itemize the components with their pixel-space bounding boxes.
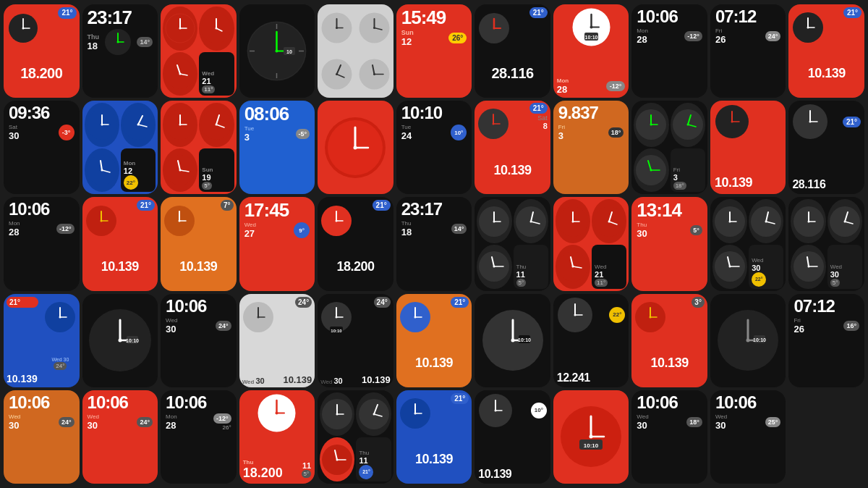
day-w23: Mon xyxy=(9,220,20,227)
widget-17[interactable]: 10:10 Tue 24 10° xyxy=(396,101,472,194)
clock-w27 xyxy=(320,205,352,237)
clock-w38: 10:10 xyxy=(320,301,352,333)
widget-43[interactable]: 10:10 xyxy=(710,294,786,387)
num-w34: 10.139 xyxy=(7,373,38,384)
date-w37: 30 xyxy=(255,376,264,385)
num-w48: 18.200 xyxy=(243,466,283,481)
temp-w41: 22° xyxy=(609,307,625,323)
widget-36[interactable]: 10:06 Wed 30 24° xyxy=(161,294,237,387)
widget-19[interactable]: 9.837 Fri 3 18° xyxy=(553,101,629,194)
widget-26[interactable]: 17:45 Wed 27 9° xyxy=(239,197,315,290)
widget-21[interactable]: 10.139 xyxy=(710,101,786,194)
clock-w8: 10:10 xyxy=(571,7,611,47)
qc1-w13 xyxy=(86,109,118,140)
time-w12: 09:36 xyxy=(9,104,75,122)
widget-32[interactable]: Wed 30 22° xyxy=(710,197,786,290)
qc2-w29 xyxy=(515,206,547,237)
temp-w38: 24° xyxy=(374,297,391,308)
widget-25[interactable]: 7° 10.139 xyxy=(161,197,237,290)
svg-point-238 xyxy=(414,413,416,415)
widget-4[interactable]: 10 xyxy=(239,4,315,98)
widget-49[interactable]: Thu 11 21° xyxy=(318,390,393,484)
widget-10[interactable]: 07:12 Fri 26 24° xyxy=(710,4,786,98)
widget-31[interactable]: 13:14 Thu 30 5° xyxy=(631,197,707,290)
widget-53[interactable]: 10:06 Wed 30 18° xyxy=(631,390,707,484)
clock-w7 xyxy=(478,12,510,44)
temp-w26: 9° xyxy=(294,222,310,238)
temp-w18: 21° xyxy=(529,103,548,114)
widget-35[interactable]: 10:10 xyxy=(82,294,158,387)
date-w28: 18 xyxy=(401,227,412,237)
widget-28[interactable]: 23:17 Thu 18 14° xyxy=(396,197,472,290)
widget-30[interactable]: Wed 21 11° xyxy=(553,197,629,290)
widget-11[interactable]: 21° 10.139 xyxy=(788,4,864,98)
widget-15[interactable]: 08:06 Tue 3 -5° xyxy=(239,101,315,194)
temp-w48: 5° xyxy=(302,470,312,478)
time-w53: 10:06 xyxy=(637,394,702,411)
quad-clock-2-w3 xyxy=(200,12,232,44)
svg-point-98 xyxy=(650,124,652,126)
day-w32: Wed xyxy=(752,257,763,264)
clock-tl-w50 xyxy=(399,397,431,429)
temp-w39: 21° xyxy=(451,297,469,308)
widget-44[interactable]: 07:12 Fri 26 16° xyxy=(788,294,864,387)
widget-54[interactable]: 10:06 Wed 30 25° xyxy=(710,390,786,484)
day-w14: Sun xyxy=(202,167,213,173)
widget-50[interactable]: 21° 10.139 xyxy=(396,390,472,484)
widget-39[interactable]: 21° 10.139 xyxy=(396,294,472,387)
widget-46[interactable]: 10:06 Wed 30 24° xyxy=(82,390,158,484)
widget-9[interactable]: 10:06 Mon 28 -12° xyxy=(631,4,707,98)
widget-14[interactable]: Sun 19 5° xyxy=(161,101,237,194)
widget-45[interactable]: 10:06 Wed 30 24° xyxy=(4,390,80,484)
date-w2: 18 xyxy=(88,41,100,51)
svg-point-118 xyxy=(100,219,102,222)
num-w38: 10.139 xyxy=(362,374,391,385)
widget-3[interactable]: Wed 21 11° xyxy=(161,4,237,98)
widget-42[interactable]: 3° 10.139 xyxy=(631,294,707,387)
date-w23: 28 xyxy=(9,227,20,237)
svg-point-39 xyxy=(373,27,375,29)
widget-6[interactable]: 15:49 Sun 12 26° xyxy=(396,4,472,98)
widget-27[interactable]: 21° 18.200 xyxy=(318,197,393,290)
widget-23[interactable]: 10:06 Mon 28 -12° xyxy=(4,197,80,290)
widget-40[interactable]: 10:10 xyxy=(475,294,550,387)
widget-22[interactable]: 21° 28.116 xyxy=(788,101,864,194)
widget-2[interactable]: 23:17 Thu 18 14° xyxy=(82,4,158,98)
widget-12[interactable]: 09:36 Sat 30 -3° xyxy=(4,101,80,194)
widget-51[interactable]: 10° 10.139 xyxy=(475,390,550,484)
widget-20[interactable]: Fri 3 18° xyxy=(631,101,707,194)
widget-16[interactable] xyxy=(318,101,393,194)
temp-w10: 24° xyxy=(765,31,781,41)
temp-w7: 21° xyxy=(529,7,548,18)
num-w18: 10.139 xyxy=(494,163,532,178)
widget-29[interactable]: Thu 11 5° xyxy=(475,197,550,290)
num-w7: 28.116 xyxy=(491,65,533,82)
date-w12: 30 xyxy=(9,130,19,141)
temp-w11: 21° xyxy=(843,7,861,18)
date-w13: 12 xyxy=(124,167,132,175)
widget-5[interactable] xyxy=(318,4,393,98)
widget-52[interactable]: 10:10 xyxy=(553,390,629,484)
widget-33[interactable]: Wed 30 5° xyxy=(788,197,864,290)
qc3-w33 xyxy=(793,251,825,282)
qc3-w30 xyxy=(557,251,589,282)
widget-24[interactable]: 21° 10.139 xyxy=(82,197,158,290)
widget-37[interactable]: 24° Wed 30 10.139 xyxy=(239,294,315,387)
time-w2: 23:17 xyxy=(88,8,153,27)
widget-7[interactable]: 21° 28.116 xyxy=(475,4,550,98)
widget-48[interactable]: Thu 18.200 11 5° xyxy=(239,390,315,484)
widget-47[interactable]: 10:06 Mon 28 -12° 26° xyxy=(161,390,237,484)
widget-1[interactable]: 21° 18.200 xyxy=(4,4,80,98)
widget-13[interactable]: Mon 12 22° xyxy=(82,101,158,194)
widget-34[interactable]: 21° 10.139 Wed 30 24° xyxy=(4,294,80,387)
qc3-w20 xyxy=(635,154,667,186)
svg-point-166 xyxy=(807,220,809,222)
time-w31: 13:14 xyxy=(637,201,702,219)
widget-8[interactable]: 10:10 Mon 28 -12° xyxy=(553,4,629,98)
widget-41[interactable]: 22° 12.241 xyxy=(553,294,629,387)
day-w12: Sat xyxy=(9,124,19,130)
date-w9: 28 xyxy=(637,34,648,45)
day-w46: Wed xyxy=(88,413,99,420)
widget-38[interactable]: 10:10 24° Wed 30 10.139 xyxy=(318,294,393,387)
widget-18[interactable]: 21° Sat 8 10.139 xyxy=(475,101,550,194)
